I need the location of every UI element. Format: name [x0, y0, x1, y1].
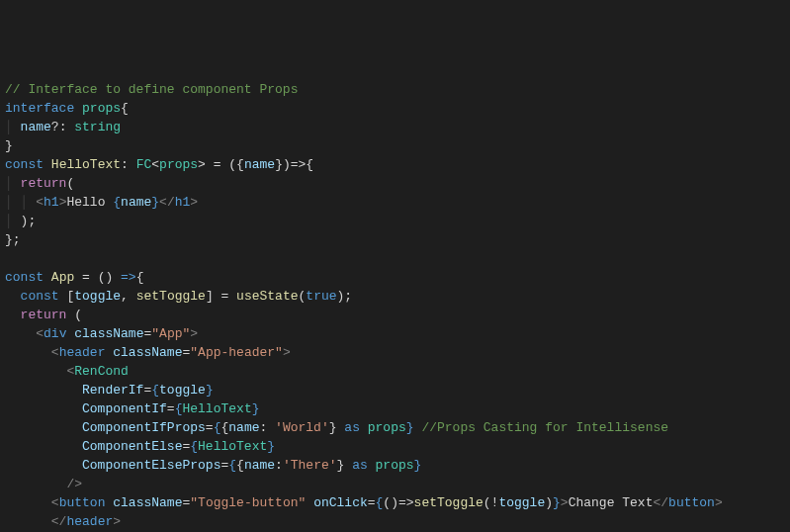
- string: 'World': [275, 420, 329, 435]
- code-line: │ name?: string: [5, 118, 785, 136]
- code-line: const [toggle, setToggle] = useState(tru…: [5, 287, 785, 306]
- attr: ComponentIfProps: [82, 420, 206, 435]
- code-line: <div className="App">: [5, 324, 785, 343]
- keyword: return: [21, 308, 67, 322]
- variable: name: [244, 458, 275, 473]
- html-tag: header: [59, 345, 106, 360]
- code-line: RenderIf={toggle}: [5, 381, 785, 399]
- code-line: ComponentElseProps={{name:'There'} as pr…: [5, 456, 785, 475]
- string: "App": [151, 326, 190, 341]
- attr: className: [113, 495, 182, 510]
- comment: //Props Casting for Intellisense: [421, 420, 668, 435]
- code-line: const App = () =>{: [5, 268, 785, 287]
- code-line: interface props{: [5, 99, 785, 118]
- function: HelloText: [51, 157, 121, 172]
- variable: name: [21, 120, 51, 134]
- type: string: [74, 120, 121, 134]
- attr: ComponentElse: [82, 439, 182, 454]
- code-line: // Interface to define component Props: [5, 80, 785, 99]
- text: Change Text: [569, 495, 654, 510]
- html-tag: div: [44, 326, 66, 341]
- code-line: />: [5, 475, 785, 493]
- attr: onClick: [313, 495, 368, 510]
- code-line: │ │ <h1>Hello {name}</h1>: [5, 193, 785, 212]
- type: props: [376, 458, 414, 473]
- attr: ComponentElseProps: [82, 458, 220, 473]
- html-tag: button: [668, 495, 715, 510]
- code-line: <RenCond: [5, 362, 785, 381]
- code-line: ComponentElse={HelloText}: [5, 437, 785, 456]
- code-line: ComponentIfProps={{name: 'World'} as pro…: [5, 418, 785, 437]
- html-tag: button: [59, 495, 106, 510]
- string: "Toggle-button": [190, 495, 306, 510]
- code-line: };: [5, 230, 785, 249]
- keyword: true: [306, 289, 336, 304]
- function: setToggle: [414, 495, 483, 510]
- keyword: const: [5, 157, 44, 172]
- attr: className: [74, 326, 143, 341]
- function: useState: [236, 289, 298, 304]
- string: "App-header": [190, 345, 283, 360]
- code-line: ComponentIf={HelloText}: [5, 399, 785, 418]
- type: props: [82, 101, 121, 116]
- html-tag: h1: [44, 195, 59, 210]
- type: FC: [136, 157, 152, 172]
- code-line: const HelloText: FC<props> = ({name})=>{: [5, 155, 785, 174]
- code-line: │ );: [5, 212, 785, 230]
- comment: // Interface to define component Props: [5, 82, 298, 97]
- attr: ComponentIf: [82, 401, 167, 416]
- keyword: as: [352, 458, 368, 473]
- type: HelloText: [182, 401, 251, 416]
- function: setToggle: [136, 289, 206, 304]
- type: props: [368, 420, 406, 435]
- code-line: }: [5, 136, 785, 155]
- type: props: [159, 157, 198, 172]
- type: HelloText: [198, 439, 267, 454]
- code-line: │ return(: [5, 174, 785, 193]
- attr: className: [113, 345, 182, 360]
- variable: toggle: [498, 495, 545, 510]
- function: App: [51, 270, 74, 285]
- keyword: const: [21, 289, 59, 304]
- code-line: </header>: [5, 512, 785, 531]
- attr: RenderIf: [82, 383, 143, 398]
- html-tag: h1: [175, 195, 191, 210]
- code-editor: // Interface to define component Propsin…: [5, 80, 785, 532]
- code-line: <button className="Toggle-button" onClic…: [5, 493, 785, 512]
- code-line: <header className="App-header">: [5, 343, 785, 362]
- text: Hello: [66, 195, 113, 210]
- keyword: as: [344, 420, 360, 435]
- keyword: const: [5, 270, 44, 285]
- code-line: return (: [5, 306, 785, 324]
- component: RenCond: [74, 364, 129, 379]
- variable: name: [244, 157, 275, 172]
- keyword: interface: [5, 101, 74, 116]
- variable: name: [121, 195, 151, 210]
- variable: toggle: [159, 383, 206, 398]
- html-tag: header: [66, 514, 113, 529]
- keyword: return: [21, 176, 67, 191]
- variable: toggle: [74, 289, 121, 304]
- variable: name: [228, 420, 259, 435]
- string: 'There': [283, 458, 337, 473]
- code-line: [5, 249, 785, 268]
